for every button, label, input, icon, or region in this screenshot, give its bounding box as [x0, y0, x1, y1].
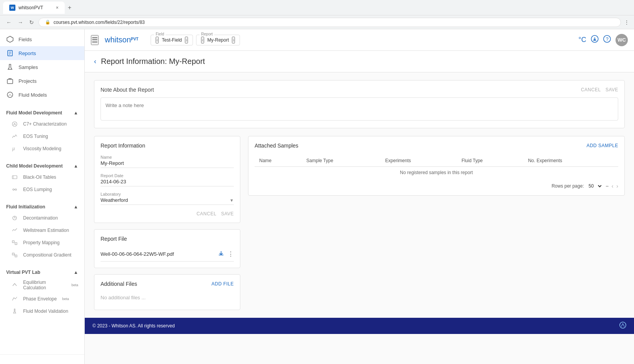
col-name: Name	[255, 155, 302, 167]
two-col-layout: Report Information Name My-Report Report…	[94, 136, 625, 310]
celsius-button[interactable]: °C	[579, 36, 586, 44]
download-button[interactable]	[591, 35, 599, 45]
decontamination-icon	[11, 214, 18, 222]
samples-table: Name Sample Type Experiments Fluid Type …	[255, 155, 618, 178]
sidebar-item-property-mapping[interactable]: Property Mapping	[0, 237, 84, 249]
report-next-button[interactable]: ›	[232, 37, 235, 44]
note-card-header: Note About the Report CANCEL SAVE	[101, 87, 618, 93]
report-file-title: Report File	[101, 236, 234, 242]
no-data-row: No registered samples in this report	[255, 167, 618, 179]
sidebar-item-viscosity[interactable]: μ Viscosity Modeling	[0, 143, 84, 155]
forward-button[interactable]: →	[16, 18, 25, 27]
main-content: ‹ Report Information: My-Report Note Abo…	[85, 51, 634, 364]
fluid-model-dev-header[interactable]: Fluid Model Development ▲	[0, 108, 84, 118]
phase-envelope-badge: beta	[62, 297, 69, 301]
app-header: ☰ whitsonPVT Field ‹ Test-Field › Report…	[85, 29, 634, 51]
col-sample-type: Sample Type	[302, 155, 381, 167]
lab-field: Laboratory Weatherford ▼	[101, 192, 234, 205]
sidebar-item-eos-lumping[interactable]: EOS Lumping	[0, 183, 84, 196]
field-breadcrumb[interactable]: Field ‹ Test-Field ›	[151, 35, 193, 45]
field-breadcrumb-label: Field	[154, 32, 166, 36]
field-next-button[interactable]: ›	[185, 37, 188, 44]
svg-rect-10	[12, 176, 17, 179]
date-label: Report Date	[101, 173, 234, 178]
url-bar[interactable]: 🔒 courses.pvt.whitson.com/fields/22/repo…	[39, 18, 621, 27]
sidebar-item-fields[interactable]: Fields	[0, 32, 84, 46]
sidebar-item-samples[interactable]: Samples	[0, 60, 84, 74]
report-prev-button[interactable]: ‹	[201, 37, 204, 44]
report-info-save-button[interactable]: SAVE	[221, 211, 234, 216]
virtual-pvt-header[interactable]: Virtual PVT Lab ▲	[0, 267, 84, 277]
back-button[interactable]: ‹	[94, 57, 96, 65]
child-model-dev-section: Child Model Development ▲ Black-Oil Tabl…	[0, 158, 84, 199]
svg-point-12	[13, 189, 14, 190]
refresh-button[interactable]: ↻	[28, 18, 35, 27]
new-tab-button[interactable]: +	[68, 4, 71, 11]
c7-icon	[11, 120, 18, 128]
virtual-pvt-label: Virtual PVT Lab	[6, 270, 40, 275]
user-avatar[interactable]: WC	[616, 34, 628, 46]
sidebar-item-comp-gradient[interactable]: Compositional Gradient	[0, 249, 84, 261]
additional-files-header: Additional Files ADD FILE	[101, 281, 234, 287]
sidebar-item-phase-envelope-label: Phase Envelope	[23, 296, 57, 302]
sidebar-item-decontamination[interactable]: Decontamination	[0, 212, 84, 224]
note-cancel-button[interactable]: CANCEL	[581, 87, 601, 92]
viscosity-icon: μ	[11, 145, 18, 153]
sidebar-item-decontamination-label: Decontamination	[23, 215, 58, 221]
help-button[interactable]: ?	[603, 35, 611, 45]
attached-samples-card: Attached Samples ADD SAMPLE Name Sample …	[248, 136, 625, 196]
lab-value: Weatherford	[101, 197, 128, 203]
report-value: My-Report	[207, 37, 229, 43]
note-textarea[interactable]	[101, 97, 618, 121]
left-column: Report Information Name My-Report Report…	[94, 136, 240, 310]
hamburger-button[interactable]: ☰	[91, 35, 99, 45]
sidebar-item-projects[interactable]: Projects	[0, 74, 84, 88]
footer-copyright: © 2023 - Whitson AS. All rights reserved	[92, 323, 175, 329]
comp-gradient-icon	[11, 251, 18, 259]
note-save-button[interactable]: SAVE	[605, 87, 618, 92]
sidebar-item-phase-envelope[interactable]: Phase Envelope beta	[0, 293, 84, 305]
browser-tab[interactable]: W whitsonPVT ×	[3, 2, 65, 14]
file-download-button[interactable]	[218, 250, 225, 258]
add-file-button[interactable]: ADD FILE	[211, 281, 234, 287]
fluid-model-dev-section: Fluid Model Development ▲ C7+ Characteri…	[0, 105, 84, 158]
virtual-pvt-collapse-icon: ▲	[74, 270, 78, 275]
sidebar-footer	[0, 354, 84, 364]
browser-actions: ⋮	[624, 19, 629, 25]
sidebar-item-fluid-models[interactable]: Fluid Models	[0, 88, 84, 102]
samples-card-title: Attached Samples	[255, 143, 299, 149]
sidebar-item-c7[interactable]: C7+ Characterization	[0, 118, 84, 130]
sidebar-item-eos-tuning[interactable]: EOS Tuning	[0, 130, 84, 143]
eos-lumping-icon	[11, 186, 18, 193]
sidebar-nav: Fields Reports Samples Projects	[0, 29, 84, 105]
breadcrumb: Field ‹ Test-Field › Report ‹ My-Report …	[151, 35, 240, 45]
col-experiments: Experiments	[381, 155, 457, 167]
report-info-actions: CANCEL SAVE	[101, 211, 234, 216]
lab-select[interactable]: Weatherford ▼	[101, 197, 234, 205]
black-oil-icon	[11, 173, 18, 181]
virtual-pvt-section: Virtual PVT Lab ▲ Equilibrium Calculatio…	[0, 264, 84, 320]
fluid-init-label: Fluid Initialization	[6, 204, 45, 210]
report-breadcrumb[interactable]: Report ‹ My-Report ›	[196, 35, 240, 45]
sidebar-item-black-oil[interactable]: Black-Oil Tables	[0, 171, 84, 183]
field-prev-button[interactable]: ‹	[156, 37, 159, 44]
report-info-cancel-button[interactable]: CANCEL	[196, 211, 216, 216]
tab-close-icon[interactable]: ×	[56, 5, 59, 10]
sidebar-item-reports[interactable]: Reports	[0, 46, 84, 60]
sidebar-item-fluid-validation[interactable]: Fluid Model Validation	[0, 305, 84, 317]
add-sample-button[interactable]: ADD SAMPLE	[587, 143, 618, 148]
fluid-models-icon	[6, 91, 14, 99]
header-right: °C ? WC	[579, 34, 628, 46]
prev-page-button[interactable]: ‹	[612, 183, 614, 189]
sidebar-item-viscosity-label: Viscosity Modeling	[23, 146, 61, 151]
fluid-init-header[interactable]: Fluid Initialization ▲	[0, 202, 84, 212]
back-button[interactable]: ←	[5, 18, 13, 27]
rows-per-page-select[interactable]: 50 25 100	[587, 183, 603, 189]
logo-text: whitson	[105, 35, 131, 44]
child-model-dev-header[interactable]: Child Model Development ▲	[0, 161, 84, 171]
sidebar-item-equilibrium[interactable]: Equilibrium Calculation beta	[0, 277, 84, 293]
extensions-button[interactable]: ⋮	[624, 19, 629, 25]
next-page-button[interactable]: ›	[616, 183, 618, 189]
file-menu-button[interactable]: ⋮	[228, 250, 234, 258]
sidebar-item-wellstream[interactable]: Wellstream Estimation	[0, 224, 84, 237]
